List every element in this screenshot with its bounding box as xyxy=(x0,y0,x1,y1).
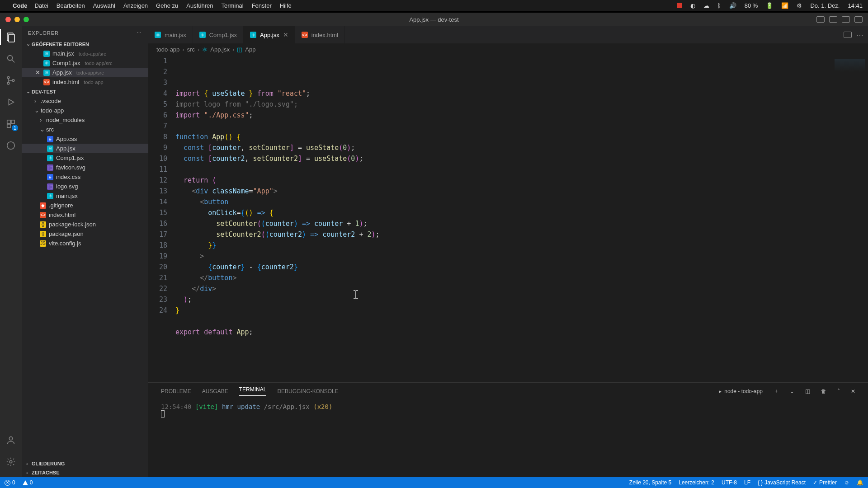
file-item[interactable]: ⬚logo.svg xyxy=(22,182,148,191)
tray-icon-1[interactable]: ◐ xyxy=(690,2,695,9)
minimap[interactable] xyxy=(832,56,868,382)
window-zoom-icon[interactable] xyxy=(24,17,29,22)
folder-node-modules[interactable]: ›node_modules xyxy=(22,115,148,125)
status-bell-icon[interactable]: 🔔 xyxy=(857,479,863,486)
activity-remote-icon[interactable] xyxy=(5,139,17,152)
open-editor-item[interactable]: ✕⚛App.jsxtodo-app/src xyxy=(22,68,148,77)
panel-tab-output[interactable]: AUSGABE xyxy=(202,388,228,394)
control-center-icon[interactable]: ⚙ xyxy=(797,2,802,9)
status-language[interactable]: { } JavaScript React xyxy=(758,479,806,486)
terminal-dropdown-icon[interactable]: ⌄ xyxy=(790,388,794,394)
panel-tab-terminal[interactable]: TERMINAL xyxy=(239,386,267,396)
editor-tab[interactable]: <>index.html xyxy=(295,26,345,43)
open-editor-item[interactable]: ⚛Comp1.jsxtodo-app/src xyxy=(22,58,148,68)
folder-src[interactable]: ⌄src xyxy=(22,125,148,134)
menu-terminal[interactable]: Terminal xyxy=(222,2,244,9)
tray-icon-2[interactable]: ☁ xyxy=(703,2,709,9)
svg-rect-9 xyxy=(11,120,14,123)
file-item[interactable]: ◆.gitignore xyxy=(22,201,148,210)
volume-icon[interactable]: 🔊 xyxy=(729,2,736,9)
folder-vscode[interactable]: ›.vscode xyxy=(22,96,148,106)
editor-tab[interactable]: ⚛Comp1.jsx xyxy=(193,26,244,43)
status-errors[interactable]: ✕0 xyxy=(5,479,15,486)
open-editor-item[interactable]: ⚛main.jsxtodo-app/src xyxy=(22,49,148,58)
file-item[interactable]: ⬚favicon.svg xyxy=(22,163,148,172)
tab-more-icon[interactable]: ⋯ xyxy=(856,31,863,39)
wifi-icon[interactable]: 📶 xyxy=(781,2,788,9)
layout-right-icon[interactable] xyxy=(842,16,850,23)
layout-full-icon[interactable] xyxy=(854,16,863,23)
terminal-new-icon[interactable]: ＋ xyxy=(774,387,779,395)
file-item[interactable]: ⚛App.jsx xyxy=(22,144,148,153)
code-editor[interactable]: 123456789101112131415161718192021222324 … xyxy=(148,56,868,382)
terminal-shell-picker[interactable]: ▸ node - todo-app xyxy=(719,388,763,394)
window-title: App.jsx — dev-test xyxy=(409,16,458,23)
file-item[interactable]: #index.css xyxy=(22,172,148,182)
menubar-time[interactable]: 14:41 xyxy=(848,2,863,9)
status-encoding[interactable]: UTF-8 xyxy=(722,479,737,486)
tab-close-icon[interactable]: ✕ xyxy=(283,31,288,38)
menu-run[interactable]: Ausführen xyxy=(186,2,213,9)
bluetooth-icon[interactable]: ᛒ xyxy=(717,2,721,9)
panel-tab-debug[interactable]: DEBUGGING-KONSOLE xyxy=(277,388,338,394)
menu-window[interactable]: Fenster xyxy=(252,2,272,9)
file-item[interactable]: ⚛main.jsx xyxy=(22,191,148,201)
file-item[interactable]: {}package-lock.json xyxy=(22,220,148,229)
timeline-section[interactable]: ›ZEITACHSE xyxy=(22,468,148,477)
file-type-icon: ⚛ xyxy=(155,32,161,38)
explorer-sidebar: EXPLORER ⋯ ⌄GEÖFFNETE EDITOREN ⚛main.jsx… xyxy=(22,26,148,477)
status-spaces[interactable]: Leerzeichen: 2 xyxy=(679,479,714,486)
activity-extensions-icon[interactable]: 1 xyxy=(5,117,17,130)
open-editors-section[interactable]: ⌄GEÖFFNETE EDITOREN xyxy=(22,39,148,49)
activity-debug-icon[interactable] xyxy=(5,96,17,108)
svg-marker-7 xyxy=(9,99,14,105)
terminal-split-icon[interactable]: ◫ xyxy=(805,388,810,394)
status-eol[interactable]: LF xyxy=(744,479,750,486)
menu-selection[interactable]: Auswahl xyxy=(93,2,115,9)
panel-maximize-icon[interactable]: ˄ xyxy=(837,388,840,394)
panel-tab-problems[interactable]: PROBLEME xyxy=(161,388,191,394)
recording-icon[interactable] xyxy=(677,3,682,8)
activity-search-icon[interactable] xyxy=(5,52,17,65)
open-editor-item[interactable]: <>index.htmltodo-app xyxy=(22,77,148,87)
activity-source-control-icon[interactable] xyxy=(5,74,17,87)
status-warnings[interactable]: 0 xyxy=(23,479,33,486)
app-name[interactable]: Code xyxy=(13,2,28,9)
menu-goto[interactable]: Gehe zu xyxy=(156,2,178,9)
editor-tab[interactable]: ⚛main.jsx xyxy=(148,26,193,43)
menu-help[interactable]: Hilfe xyxy=(280,2,292,9)
menubar-date[interactable]: Do. 1. Dez. xyxy=(810,2,840,9)
window-close-icon[interactable] xyxy=(5,17,11,22)
explorer-more-icon[interactable]: ⋯ xyxy=(137,30,142,36)
close-icon[interactable]: ✕ xyxy=(34,69,41,76)
status-cursor[interactable]: Zeile 20, Spalte 5 xyxy=(629,479,671,486)
file-item[interactable]: {}package.json xyxy=(22,229,148,239)
editor-tab[interactable]: ⚛App.jsx✕ xyxy=(244,26,295,43)
file-item[interactable]: <>index.html xyxy=(22,210,148,220)
outline-section[interactable]: ›GLIEDERUNG xyxy=(22,459,148,468)
activity-explorer-icon[interactable] xyxy=(5,31,17,43)
terminal-output[interactable]: 12:54:40 [vite] hmr update /src/App.jsx … xyxy=(148,399,868,477)
status-feedback-icon[interactable]: ☺ xyxy=(844,479,849,486)
project-section[interactable]: ⌄DEV-TEST xyxy=(22,87,148,96)
activity-settings-icon[interactable] xyxy=(5,455,17,468)
activity-account-icon[interactable] xyxy=(5,434,17,446)
file-item[interactable]: #App.css xyxy=(22,134,148,144)
status-prettier[interactable]: ✓ Prettier xyxy=(813,479,837,486)
file-item[interactable]: ⚛Comp1.jsx xyxy=(22,153,148,163)
folder-todo-app[interactable]: ⌄todo-app xyxy=(22,106,148,115)
panel-close-icon[interactable]: ✕ xyxy=(851,388,855,394)
battery-percent[interactable]: 80 % xyxy=(745,2,758,9)
svg-point-11 xyxy=(7,142,15,150)
split-editor-icon[interactable] xyxy=(844,32,852,38)
window-minimize-icon[interactable] xyxy=(14,17,20,22)
layout-left-icon[interactable] xyxy=(816,16,825,23)
terminal-kill-icon[interactable]: 🗑 xyxy=(821,388,826,394)
battery-icon[interactable]: 🔋 xyxy=(766,2,773,9)
file-item[interactable]: JSvite.config.js xyxy=(22,239,148,248)
menu-view[interactable]: Anzeigen xyxy=(123,2,148,9)
layout-bottom-icon[interactable] xyxy=(829,16,837,23)
menu-edit[interactable]: Bearbeiten xyxy=(57,2,85,9)
menu-file[interactable]: Datei xyxy=(35,2,48,9)
breadcrumb[interactable]: todo-app› src› ⚛App.jsx› ◫App xyxy=(148,43,868,56)
